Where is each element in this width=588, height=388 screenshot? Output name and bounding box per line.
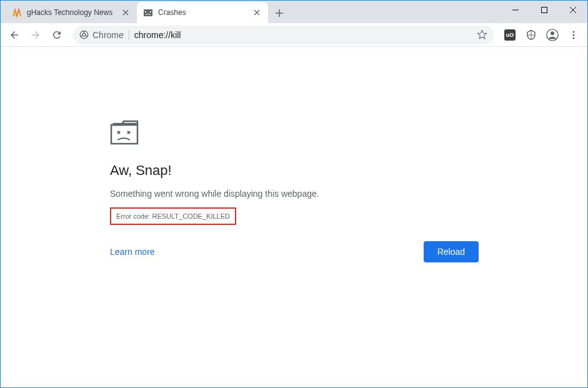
tab-title: Crashes (158, 8, 247, 17)
error-page: Aw, Snap! Something went wrong while dis… (110, 119, 479, 262)
error-heading: Aw, Snap! (110, 162, 479, 179)
tab-crashes[interactable]: Crashes (137, 2, 268, 23)
tab-ghacks[interactable]: gHacks Technology News (6, 2, 137, 23)
svg-rect-0 (144, 9, 152, 16)
svg-point-7 (551, 31, 554, 35)
menu-icon[interactable] (564, 25, 584, 45)
bookmark-star-icon[interactable] (477, 29, 487, 40)
favicon-ghacks (12, 7, 22, 17)
profile-icon[interactable] (542, 25, 562, 45)
favicon-crashes (143, 7, 153, 17)
minimize-button[interactable] (501, 1, 530, 19)
svg-rect-3 (542, 7, 547, 13)
tabs: gHacks Technology News Crashes (1, 2, 501, 23)
back-button[interactable] (4, 25, 24, 45)
svg-rect-2 (150, 11, 151, 12)
omnibox-url: chrome://kill (134, 30, 472, 40)
window-controls (501, 1, 587, 19)
reload-page-button[interactable]: Reload (424, 241, 479, 262)
window-close-button[interactable] (559, 1, 587, 19)
titlebar: gHacks Technology News Crashes (1, 1, 587, 23)
page-content: Aw, Snap! Something went wrong while dis… (1, 47, 587, 386)
sad-folder-icon (110, 119, 479, 146)
svg-rect-1 (145, 11, 146, 12)
reload-button[interactable] (47, 25, 67, 45)
extension-ublock-icon[interactable]: uO (500, 25, 520, 45)
error-message: Something went wrong while displaying th… (110, 189, 479, 199)
svg-rect-11 (111, 125, 137, 144)
omnibox-chip-label: Chrome (92, 30, 124, 40)
error-code: Error code: RESULT_CODE_KILLED (110, 207, 236, 225)
forward-button[interactable] (26, 25, 46, 45)
svg-point-8 (573, 31, 575, 32)
new-tab-button[interactable] (271, 4, 288, 22)
svg-point-9 (573, 34, 575, 36)
learn-more-link[interactable]: Learn more (110, 247, 155, 257)
tab-title: gHacks Technology News (27, 8, 116, 17)
omnibox-chip: Chrome (79, 30, 129, 40)
maximize-button[interactable] (530, 1, 559, 19)
svg-point-5 (82, 33, 86, 36)
close-icon[interactable] (252, 7, 262, 17)
close-icon[interactable] (121, 7, 131, 17)
svg-point-10 (573, 37, 575, 39)
omnibox[interactable]: Chrome chrome://kill (73, 26, 494, 44)
chrome-icon (79, 30, 89, 39)
extension-shield-icon[interactable] (521, 25, 541, 45)
toolbar: Chrome chrome://kill uO (1, 23, 587, 47)
